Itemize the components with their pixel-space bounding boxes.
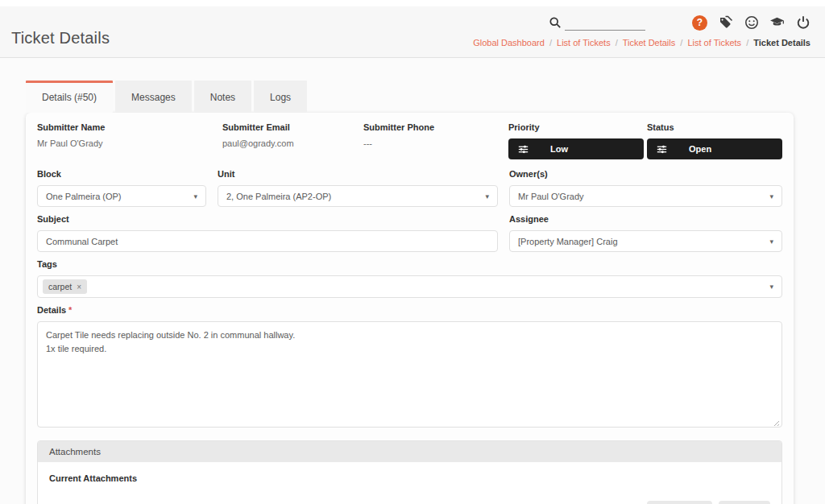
chevron-down-icon: ▾: [485, 192, 489, 200]
owners-select[interactable]: Mr Paul O'Grady ▾: [509, 185, 782, 207]
breadcrumb-link[interactable]: List of Tickets: [557, 38, 611, 48]
search-input[interactable]: [565, 14, 645, 31]
subject-input[interactable]: [37, 230, 498, 252]
submitter-name-label: Submitter Name: [37, 122, 222, 132]
breadcrumb-separator: /: [680, 38, 682, 48]
details-textarea[interactable]: Carpet Tile needs replacing outside No. …: [37, 321, 782, 428]
details-label: Details*: [37, 305, 782, 315]
chevron-down-icon: ▾: [769, 283, 773, 291]
attachments-header: Attachments: [38, 441, 781, 462]
status-value: Open: [689, 144, 711, 154]
breadcrumb-link[interactable]: Ticket Details: [623, 38, 676, 48]
subject-label: Subject: [37, 214, 498, 224]
block-select[interactable]: One Palmeira (OP) ▾: [37, 185, 206, 207]
priority-field: Priority Low: [508, 122, 647, 159]
priority-button[interactable]: Low: [508, 138, 644, 159]
block-field: Block One Palmeira (OP) ▾: [37, 169, 206, 207]
app-header: Ticket Details ?: [0, 6, 825, 58]
location-row: Block One Palmeira (OP) ▾ Unit 2, One Pa…: [37, 169, 782, 207]
tags-label: Tags: [37, 259, 782, 269]
owners-field: Owner(s) Mr Paul O'Grady ▾: [509, 169, 782, 207]
assignee-value: [Property Manager] Craig: [518, 237, 765, 246]
breadcrumb-separator: /: [616, 38, 618, 48]
graduation-cap-icon[interactable]: [769, 15, 785, 31]
details-row: Details* Carpet Tile needs replacing out…: [37, 305, 782, 431]
submitter-row: Submitter Name Mr Paul O'Grady Submitter…: [37, 122, 782, 159]
delete-button[interactable]: Delete: [719, 501, 770, 504]
owners-label: Owner(s): [509, 169, 782, 179]
submitter-name-field: Submitter Name Mr Paul O'Grady: [37, 122, 222, 159]
submitter-email-field: Submitter Email paul@ogrady.com: [222, 122, 363, 159]
chevron-down-icon: ▾: [769, 238, 773, 246]
breadcrumb-separator: /: [746, 38, 748, 48]
attachments-body: Current Attachments 2023-01-30T04-51-48C…: [38, 462, 781, 504]
block-value: One Palmeira (OP): [46, 192, 189, 201]
details-textarea-wrap: Carpet Tile needs replacing outside No. …: [37, 321, 782, 431]
status-button[interactable]: Open: [647, 138, 782, 159]
smiley-icon[interactable]: [744, 15, 759, 31]
unit-select[interactable]: 2, One Palmeira (AP2-OP) ▾: [218, 185, 498, 207]
status-label: Status: [647, 122, 782, 132]
tab-details[interactable]: Details (#50): [26, 81, 113, 113]
header-right: ?: [473, 6, 810, 57]
unit-field: Unit 2, One Palmeira (AP2-OP) ▾: [218, 169, 498, 207]
details-label-text: Details: [37, 305, 66, 315]
submitter-email-value: paul@ogrady.com: [222, 138, 363, 148]
header-icon-row: ?: [692, 15, 810, 31]
submitter-phone-field: Submitter Phone ---: [363, 122, 508, 159]
help-icon[interactable]: ?: [692, 15, 707, 31]
breadcrumb-link[interactable]: Global Dashboard: [473, 38, 545, 48]
tab-notes[interactable]: Notes: [194, 81, 251, 113]
tags-icon[interactable]: [718, 15, 733, 31]
unit-label: Unit: [218, 169, 498, 179]
chevron-down-icon: ▾: [193, 192, 197, 200]
tag-chip: carpet ×: [43, 279, 87, 294]
submitter-email-label: Submitter Email: [222, 122, 363, 132]
owners-value: Mr Paul O'Grady: [518, 192, 765, 201]
submitter-phone-value: ---: [363, 138, 508, 148]
status-field: Status Open: [647, 122, 782, 159]
chevron-down-icon: ▾: [769, 192, 773, 200]
breadcrumb-link[interactable]: List of Tickets: [687, 38, 741, 48]
unit-value: 2, One Palmeira (AP2-OP): [226, 192, 480, 201]
breadcrumb-current: Ticket Details: [753, 38, 810, 48]
tab-messages[interactable]: Messages: [115, 81, 192, 113]
attachments-section: Attachments Current Attachments 2023-01-…: [37, 440, 782, 504]
submitter-phone-label: Submitter Phone: [363, 122, 508, 132]
header-tools: ?: [549, 14, 810, 31]
details-field: Details* Carpet Tile needs replacing out…: [37, 305, 782, 431]
tags-field: Tags carpet × ▾: [37, 259, 782, 298]
attachment-row: 2023-01-30T04-51-48Carpet Tile.jpg Downl…: [49, 501, 770, 504]
priority-value: Low: [550, 144, 568, 154]
assignee-select[interactable]: [Property Manager] Craig ▾: [509, 230, 782, 252]
page: Ticket Details ?: [0, 0, 825, 504]
sliders-icon: [657, 144, 667, 155]
assignee-label: Assignee: [509, 214, 782, 224]
tags-input[interactable]: carpet × ▾: [37, 275, 782, 298]
submitter-name-value: Mr Paul O'Grady: [37, 138, 222, 148]
download-button[interactable]: Download: [647, 501, 712, 504]
subject-field: Subject: [37, 214, 498, 252]
remove-tag-icon[interactable]: ×: [77, 283, 81, 291]
priority-label: Priority: [508, 122, 647, 132]
power-icon[interactable]: [795, 15, 810, 31]
main-content: Details (#50) Messages Notes Logs Submit…: [0, 58, 825, 504]
breadcrumb: Global Dashboard / List of Tickets / Tic…: [473, 38, 810, 48]
current-attachments-heading: Current Attachments: [49, 473, 770, 483]
tag-chip-label: carpet: [48, 282, 72, 291]
block-label: Block: [37, 169, 206, 179]
assignee-field: Assignee [Property Manager] Craig ▾: [509, 214, 782, 252]
tab-bar: Details (#50) Messages Notes Logs: [26, 81, 825, 113]
subject-row: Subject Assignee [Property Manager] Crai…: [37, 214, 782, 252]
ticket-details-card: Submitter Name Mr Paul O'Grady Submitter…: [26, 113, 794, 504]
search-area: [549, 14, 645, 31]
breadcrumb-separator: /: [549, 38, 552, 48]
search-icon[interactable]: [549, 16, 562, 29]
page-title: Ticket Details: [11, 29, 110, 48]
tags-row: Tags carpet × ▾: [37, 259, 782, 298]
tab-logs[interactable]: Logs: [254, 81, 307, 113]
required-asterisk: *: [68, 305, 72, 315]
sliders-icon: [518, 144, 529, 155]
